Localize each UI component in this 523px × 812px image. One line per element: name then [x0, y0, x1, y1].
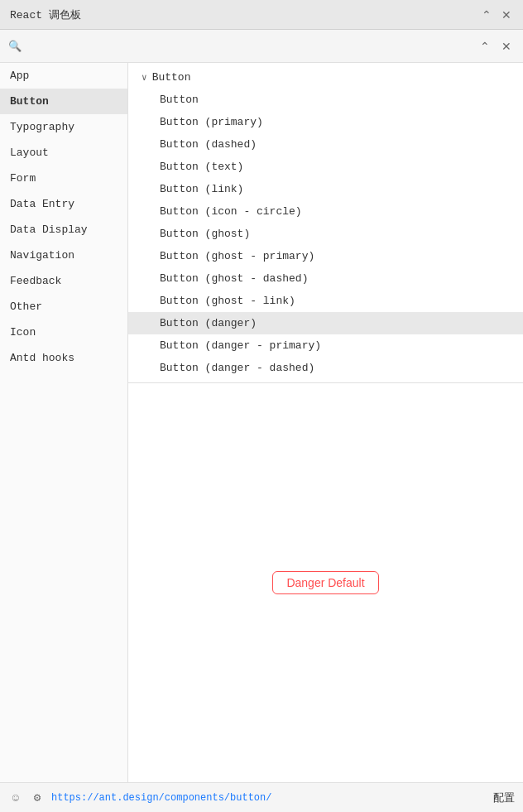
tree-parent-label: Button	[152, 71, 191, 84]
search-box[interactable]: 🔍	[8, 40, 22, 53]
sidebar-item-antd-hooks[interactable]: Antd hooks	[0, 345, 127, 371]
danger-default-button[interactable]: Danger Default	[272, 571, 378, 594]
tree-child-button-ghost-link[interactable]: Button (ghost - link)	[128, 290, 523, 312]
sidebar: AppButtonTypographyLayoutFormData EntryD…	[0, 63, 128, 782]
tree-child-button-primary[interactable]: Button (primary)	[128, 111, 523, 133]
gear-icon[interactable]: ⚙	[30, 790, 45, 805]
title-bar-controls: ⌃ ✕	[480, 8, 513, 22]
tree-child-button-ghost-primary[interactable]: Button (ghost - primary)	[128, 245, 523, 267]
tree-child-button[interactable]: Button	[128, 89, 523, 111]
smiley-icon[interactable]: ☺	[8, 790, 23, 805]
tree-child-button-dashed[interactable]: Button (dashed)	[128, 133, 523, 156]
sidebar-item-data-entry[interactable]: Data Entry	[0, 191, 127, 217]
sidebar-item-feedback[interactable]: Feedback	[0, 268, 127, 294]
app-container: 🔍 ⌃ ✕ AppButtonTypographyLayoutFormData …	[0, 30, 523, 812]
sidebar-item-other[interactable]: Other	[0, 294, 127, 320]
tree-child-button-icon-circle[interactable]: Button (icon - circle)	[128, 200, 523, 223]
sidebar-item-button[interactable]: Button	[0, 89, 127, 114]
tree-child-button-ghost[interactable]: Button (ghost)	[128, 223, 523, 245]
tree-child-button-text[interactable]: Button (text)	[128, 156, 523, 178]
sidebar-item-app[interactable]: App	[0, 63, 127, 89]
tree-child-button-danger-dashed[interactable]: Button (danger - dashed)	[128, 357, 523, 379]
sidebar-item-layout[interactable]: Layout	[0, 140, 127, 166]
tree-arrow-icon: ∨	[142, 72, 147, 83]
main-area: AppButtonTypographyLayoutFormData EntryD…	[0, 63, 523, 782]
tree-child-button-link[interactable]: Button (link)	[128, 178, 523, 200]
close-button[interactable]: ✕	[500, 8, 513, 22]
bottom-left: ☺ ⚙ https://ant.design/components/button…	[8, 790, 271, 805]
expand-button[interactable]: ⌃	[480, 8, 493, 22]
sidebar-item-navigation[interactable]: Navigation	[0, 243, 127, 268]
component-url[interactable]: https://ant.design/components/button/	[51, 792, 271, 804]
sidebar-item-data-display[interactable]: Data Display	[0, 217, 127, 243]
toolbar-controls: ⌃ ✕	[477, 38, 515, 55]
search-icon: 🔍	[8, 40, 22, 53]
sidebar-item-typography[interactable]: Typography	[0, 114, 127, 140]
toolbar-close-btn[interactable]: ✕	[498, 38, 515, 55]
toolbar: 🔍 ⌃ ✕	[0, 30, 523, 63]
config-label[interactable]: 配置	[493, 790, 515, 805]
toolbar-expand-btn[interactable]: ⌃	[477, 38, 493, 55]
tree-area: ∨ Button ButtonButton (primary)Button (d…	[128, 63, 523, 383]
tree-parent-button[interactable]: ∨ Button	[128, 66, 523, 89]
tree-child-button-ghost-dashed[interactable]: Button (ghost - dashed)	[128, 267, 523, 290]
right-panel: ∨ Button ButtonButton (primary)Button (d…	[128, 63, 523, 782]
sidebar-item-icon[interactable]: Icon	[0, 320, 127, 345]
title-bar: React 调色板 ⌃ ✕	[0, 0, 523, 30]
preview-area: Danger Default	[128, 383, 523, 782]
tree-child-button-danger[interactable]: Button (danger)	[128, 312, 523, 334]
sidebar-item-form[interactable]: Form	[0, 166, 127, 191]
tree-child-button-danger-primary[interactable]: Button (danger - primary)	[128, 334, 523, 357]
app-title: React 调色板	[10, 7, 81, 22]
tree-section: ∨ Button ButtonButton (primary)Button (d…	[128, 63, 523, 382]
bottom-bar: ☺ ⚙ https://ant.design/components/button…	[0, 782, 523, 812]
